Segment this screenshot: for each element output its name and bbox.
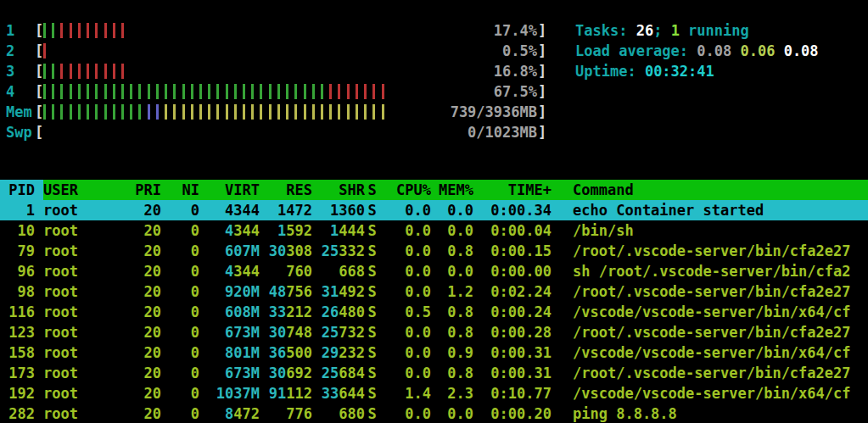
cell-spacer <box>35 322 43 342</box>
load-average: Load average: 0.080.060.08 <box>575 41 819 61</box>
meter-tick <box>52 104 60 120</box>
process-row[interactable]: 79root200607M3030825332S0.00.80:00.15/ro… <box>0 241 868 261</box>
column-header-pid[interactable]: PID <box>0 180 35 200</box>
uptime-label: Uptime: <box>575 63 645 80</box>
cell-ni: 0 <box>161 404 199 423</box>
meter-tick <box>182 84 191 99</box>
cell-res: 48756 <box>260 281 312 302</box>
cell-virt: 673M <box>199 363 260 383</box>
cell-pri: 20 <box>127 281 161 302</box>
meter-bar: 739/3936MB <box>43 102 538 122</box>
cell-res: 30748 <box>260 322 312 342</box>
meter-tick <box>269 104 277 120</box>
process-row[interactable]: 98root200920M4875631492S0.01.20:02.24/ro… <box>0 281 868 302</box>
cell-spacer <box>35 404 43 423</box>
cell-shr: 33644 <box>312 383 365 404</box>
meter-tick <box>113 84 121 99</box>
column-header-mem[interactable]: MEM% <box>431 180 473 200</box>
cell-res: 1472 <box>260 200 312 220</box>
column-header-cpu[interactable]: CPU% <box>379 180 431 200</box>
cell-res: 30308 <box>260 241 312 261</box>
meter-tick <box>78 104 87 120</box>
meter-tick <box>52 64 60 79</box>
cell-spacer <box>552 363 573 383</box>
process-row[interactable]: 158root200801M3650029232S0.00.90:00.31/v… <box>0 342 868 363</box>
meter-tick <box>251 104 260 120</box>
cell-pid: 10 <box>0 220 35 241</box>
meter-tick <box>60 84 69 99</box>
cell-spacer <box>35 220 43 241</box>
cell-pid: 116 <box>0 302 35 322</box>
cell-state: S <box>365 404 379 423</box>
cell-time: 0:00.15 <box>473 241 552 261</box>
load-average-label: Load average: <box>575 42 697 59</box>
cell-cpu: 0.0 <box>379 322 431 342</box>
meter-tick <box>87 23 95 38</box>
cell-command: /root/.vscode-server/bin/cfa2e27 <box>573 322 868 342</box>
process-row[interactable]: 192root2001037M9111233644S1.42.30:10.77/… <box>0 383 868 404</box>
meter-tick <box>148 104 156 120</box>
cell-virt: 4344 <box>199 261 260 281</box>
cell-ni: 0 <box>161 261 199 281</box>
cell-shr: 26480 <box>312 302 365 322</box>
cell-spacer <box>552 220 573 241</box>
process-row[interactable]: 116root200608M3321226480S0.50.80:00.24/v… <box>0 302 868 322</box>
cell-user: root <box>43 302 127 322</box>
meter-tick <box>104 104 113 120</box>
meter-tick <box>277 104 286 120</box>
process-row[interactable]: 282root2008472776680S0.00.00:00.20ping 8… <box>0 404 868 423</box>
meter-tick <box>251 84 260 99</box>
cell-cpu: 0.0 <box>379 363 431 383</box>
process-row[interactable]: 96root2004344760668S0.00.00:00.00sh /roo… <box>0 261 868 281</box>
column-header-time[interactable]: TIME+ <box>473 180 552 200</box>
meter-tick <box>156 84 165 99</box>
meter-label: 4 <box>6 81 14 102</box>
meter-tick <box>70 64 78 79</box>
column-header-res[interactable]: RES <box>260 180 312 200</box>
cell-ni: 0 <box>161 342 199 363</box>
process-row-selected[interactable]: 1root200434414721360S0.00.00:00.34echo C… <box>0 200 868 220</box>
cell-state: S <box>365 383 379 404</box>
process-row[interactable]: 173root200673M3069225684S0.00.80:00.31/r… <box>0 363 868 383</box>
process-row[interactable]: 10root200434415921444S0.00.00:00.04/bin/… <box>0 220 868 241</box>
tasks-label: Tasks: <box>575 22 636 39</box>
cell-ni: 0 <box>161 322 199 342</box>
meter-tick <box>269 84 277 99</box>
meter-tick <box>138 84 147 99</box>
meter-tick <box>165 104 173 120</box>
meter-open-bracket: [ <box>35 122 43 142</box>
cell-mem: 0.0 <box>431 404 473 423</box>
cell-cpu: 1.4 <box>379 383 431 404</box>
meter-tick <box>356 104 364 120</box>
cell-user: root <box>43 200 127 220</box>
cell-shr: 25732 <box>312 322 365 342</box>
meter-tick <box>234 84 243 99</box>
cell-state: S <box>365 363 379 383</box>
column-header-s[interactable]: S <box>365 180 379 200</box>
column-header-cmd[interactable]: Command <box>573 180 868 200</box>
cell-pri: 20 <box>127 200 161 220</box>
meter-tick <box>234 104 243 120</box>
cell-ni: 0 <box>161 383 199 404</box>
process-row[interactable]: 123root200673M3074825732S0.00.80:00.28/r… <box>0 322 868 342</box>
meter-tick <box>70 23 78 38</box>
meter-bar: 0.5% <box>43 41 538 61</box>
column-header-user[interactable]: USER <box>43 180 127 200</box>
cell-pid: 96 <box>0 261 35 281</box>
column-header-virt[interactable]: VIRT <box>199 180 260 200</box>
process-table-header: PIDUSERPRINIVIRTRESSHRSCPU%MEM%TIME+Comm… <box>0 180 868 200</box>
meter-tick <box>294 104 303 120</box>
cell-pri: 20 <box>127 261 161 281</box>
meter-tick <box>78 84 87 99</box>
meter-tick <box>104 64 113 79</box>
column-header-pri[interactable]: PRI <box>127 180 161 200</box>
column-header-shr[interactable]: SHR <box>312 180 365 200</box>
cell-mem: 0.0 <box>431 220 473 241</box>
meter-tick <box>304 84 312 99</box>
cell-spacer <box>552 200 573 220</box>
cell-user: root <box>43 383 127 404</box>
meter-open-bracket: [ <box>35 20 43 41</box>
column-header-ni[interactable]: NI <box>161 180 199 200</box>
cell-res: 776 <box>260 404 312 423</box>
cell-spacer <box>35 342 43 363</box>
